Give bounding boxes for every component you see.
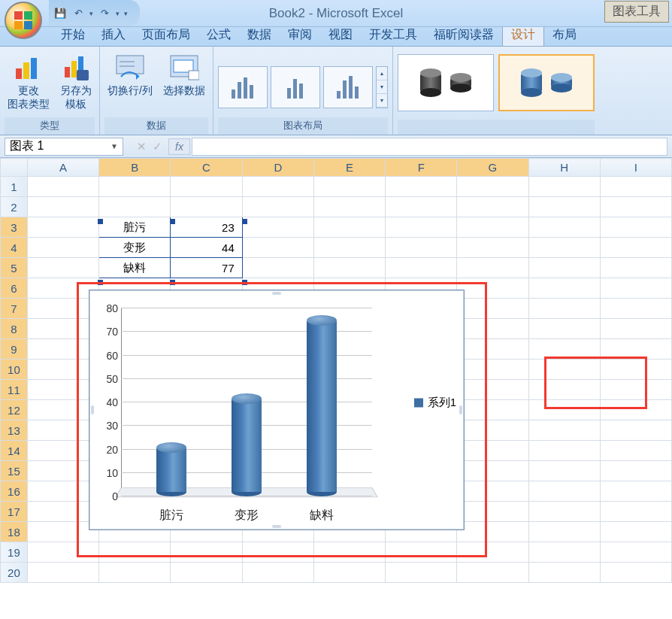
cell-F4[interactable] [386, 238, 457, 258]
cell-I1[interactable] [600, 177, 671, 197]
cell-I15[interactable] [600, 461, 671, 481]
row-10[interactable]: 10 [1, 360, 28, 380]
cell-G17[interactable] [457, 502, 528, 522]
cell-I8[interactable] [600, 319, 671, 339]
save-as-template-button[interactable]: 另存为 模板 [57, 50, 95, 114]
cell-I12[interactable] [600, 400, 671, 420]
embedded-chart[interactable]: 01020304050607080 脏污变形缺料 系列1 [89, 290, 465, 530]
tab-data[interactable]: 数据 [239, 24, 280, 46]
row-7[interactable]: 7 [1, 299, 28, 319]
cell-D2[interactable] [242, 197, 313, 217]
cell-G5[interactable] [457, 258, 528, 278]
cell-I9[interactable] [600, 339, 671, 360]
cell-G14[interactable] [457, 441, 528, 461]
cell-G13[interactable] [457, 420, 528, 441]
cell-G3[interactable] [457, 217, 528, 238]
cell-I14[interactable] [600, 441, 671, 461]
col-C[interactable]: C [171, 159, 242, 177]
worksheet-grid[interactable]: A B C D E F G H I 123脏污234变形445缺料7767891… [0, 158, 672, 619]
row-6[interactable]: 6 [1, 278, 28, 299]
cell-F1[interactable] [386, 177, 457, 197]
cell-H5[interactable] [528, 258, 600, 278]
cell-G11[interactable] [457, 380, 528, 400]
chart-resize-handle[interactable] [272, 525, 281, 528]
cell-A20[interactable] [27, 563, 98, 583]
tab-foxit[interactable]: 福昕阅读器 [425, 24, 502, 46]
cell-I7[interactable] [600, 299, 671, 319]
cell-H15[interactable] [528, 461, 600, 481]
cell-I10[interactable] [600, 360, 671, 380]
cell-G1[interactable] [457, 177, 528, 197]
cell-H9[interactable] [528, 339, 600, 360]
cell-H11[interactable] [528, 380, 600, 400]
office-button[interactable] [5, 2, 42, 39]
cell-C2[interactable] [171, 197, 242, 217]
chart-legend[interactable]: 系列1 [414, 396, 456, 410]
row-18[interactable]: 18 [1, 522, 28, 542]
cell-G6[interactable] [457, 278, 528, 299]
tab-review[interactable]: 审阅 [280, 24, 320, 46]
cell-H10[interactable] [528, 360, 600, 380]
row-17[interactable]: 17 [1, 502, 28, 522]
cell-D19[interactable] [242, 542, 313, 563]
tab-home[interactable]: 开始 [53, 24, 93, 46]
cell-G8[interactable] [457, 319, 528, 339]
qat-dropdown-icon[interactable]: ▾ [124, 10, 128, 17]
tab-layout[interactable]: 布局 [544, 24, 585, 46]
cell-A19[interactable] [27, 542, 98, 563]
cell-G18[interactable] [457, 522, 528, 542]
cell-E5[interactable] [313, 258, 385, 278]
row-14[interactable]: 14 [1, 441, 28, 461]
cell-E4[interactable] [313, 238, 385, 258]
cell-B20[interactable] [99, 563, 171, 583]
select-all-corner[interactable] [1, 159, 28, 177]
cell-H18[interactable] [528, 522, 600, 542]
cell-C1[interactable] [171, 177, 242, 197]
cell-I16[interactable] [600, 481, 671, 502]
col-B[interactable]: B [99, 159, 171, 177]
cell-A2[interactable] [27, 197, 98, 217]
cell-H2[interactable] [528, 197, 600, 217]
cell-I11[interactable] [600, 380, 671, 400]
row-2[interactable]: 2 [1, 197, 28, 217]
select-data-button[interactable]: 选择数据 [160, 50, 208, 99]
cell-E3[interactable] [313, 217, 385, 238]
switch-row-column-button[interactable]: 切换行/列 [104, 50, 156, 99]
cell-G4[interactable] [457, 238, 528, 258]
tab-formulas[interactable]: 公式 [198, 24, 239, 46]
chart-layout-1[interactable] [218, 66, 268, 108]
cell-H17[interactable] [528, 502, 600, 522]
redo-icon[interactable]: ↷ [98, 7, 111, 20]
cell-A4[interactable] [27, 238, 98, 258]
cell-A1[interactable] [27, 177, 98, 197]
cell-B3[interactable]: 脏污 [99, 217, 171, 238]
undo-icon[interactable]: ↶ [71, 7, 85, 20]
chart-bar[interactable] [156, 442, 186, 496]
chart-style-2[interactable] [498, 54, 595, 111]
cell-H8[interactable] [528, 319, 600, 339]
cell-H1[interactable] [528, 177, 600, 197]
cell-H7[interactable] [528, 299, 600, 319]
cell-I17[interactable] [600, 502, 671, 522]
row-16[interactable]: 16 [1, 481, 28, 502]
cell-H19[interactable] [528, 542, 600, 563]
chart-layout-2[interactable] [271, 66, 320, 108]
col-F[interactable]: F [386, 159, 457, 177]
cell-C19[interactable] [171, 542, 242, 563]
cell-D3[interactable] [242, 217, 313, 238]
save-icon[interactable]: 💾 [53, 7, 67, 20]
cell-H13[interactable] [528, 420, 600, 441]
cell-D4[interactable] [242, 238, 313, 258]
chart-style-1[interactable] [398, 54, 494, 111]
cell-G7[interactable] [457, 299, 528, 319]
cell-A5[interactable] [27, 258, 98, 278]
cell-I13[interactable] [600, 420, 671, 441]
col-E[interactable]: E [313, 159, 385, 177]
row-1[interactable]: 1 [1, 177, 28, 197]
cell-D5[interactable] [242, 258, 313, 278]
cell-F5[interactable] [386, 258, 457, 278]
cell-F3[interactable] [386, 217, 457, 238]
cell-I2[interactable] [600, 197, 671, 217]
cell-I6[interactable] [600, 278, 671, 299]
cell-A3[interactable] [27, 217, 98, 238]
